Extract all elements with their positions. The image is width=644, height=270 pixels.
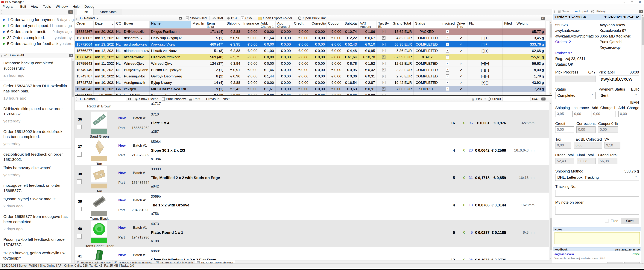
- picker-item[interactable]: 39Trans-BlackNewPartBatch #1204381026306…: [75, 193, 552, 220]
- picker-filter-input[interactable]: [98, 97, 126, 101]
- notification-item[interactable]: 32 Orders completed.yesterday: [2, 35, 72, 41]
- close-icon[interactable]: ✕: [68, 10, 73, 14]
- insurance-input[interactable]: 0,00: [572, 111, 589, 117]
- detail-scrollbar[interactable]: ▲ ▼: [641, 14, 644, 265]
- scroll-thumb[interactable]: [550, 218, 552, 250]
- column-header-invoiced[interactable]: Invoiced: [440, 21, 455, 28]
- export-bsx-button[interactable]: BSX: [226, 16, 240, 20]
- order-row[interactable]: 15743722mrt 10, 2021NLAsruigmcavlkEyjup …: [75, 79, 546, 86]
- drag-grip[interactable]: [554, 10, 555, 13]
- tracking-input[interactable]: [555, 190, 639, 197]
- column-header-date[interactable]: Date▼: [94, 21, 114, 28]
- scroll-up-icon[interactable]: ▲: [549, 21, 552, 24]
- invoiced-checkbox[interactable]: ✓: [446, 74, 449, 78]
- close-icon[interactable]: ✕: [541, 17, 545, 20]
- column-header-add2[interactable]: Add.Charge 2: [276, 21, 292, 28]
- menu-item-edit[interactable]: Edit: [18, 5, 28, 9]
- invoiced-checkbox[interactable]: ✓: [446, 36, 449, 40]
- filter-icon[interactable]: [179, 17, 182, 20]
- column-header-order[interactable]: Order: [75, 21, 94, 28]
- column-header-shipping[interactable]: Shipping: [225, 21, 242, 28]
- next-button[interactable]: Next: [221, 97, 231, 101]
- history-button[interactable]: History: [590, 10, 607, 13]
- order-row[interactable]: 15766277mrt 12, 2021NLnidneanpertuzwHikt…: [75, 48, 546, 54]
- show-picked-button[interactable]: ◉ Show Picked: [133, 97, 160, 101]
- column-header-grand[interactable]: Grand Total: [391, 21, 414, 28]
- feed-item[interactable]: Pusonnjwkbo left feedback on order 15743…: [0, 234, 72, 265]
- column-header-vat[interactable]: VATAmount: [358, 21, 377, 28]
- order-row[interactable]: 15740343mrt 10, 2021GRkexitjeoMIEGHAOY S…: [75, 86, 546, 92]
- sort-arrow-icon[interactable]: ▼: [112, 23, 114, 26]
- menu-item-debug[interactable]: Debug: [82, 5, 97, 9]
- invoiced-checkbox[interactable]: ✓: [446, 81, 449, 84]
- buyer-orders-link[interactable]: Orders: 2: [555, 39, 600, 45]
- print-button[interactable]: Print: [188, 97, 202, 101]
- menu-item-tools[interactable]: Tools: [40, 5, 53, 9]
- menu-item-view[interactable]: View: [28, 5, 40, 9]
- notification-item[interactable]: 6 Orders are in transit.9 days ago: [2, 29, 72, 35]
- scroll-up-icon[interactable]: ▲: [549, 102, 552, 104]
- column-header-buyer[interactable]: Buyer: [122, 21, 150, 28]
- order-row[interactable]: 15749149mrt 10, 2021NLButfjzuimyuahbBusi…: [75, 67, 546, 73]
- drag-grip[interactable]: [76, 17, 77, 20]
- picker-item-partial[interactable]: a1717Reddish Brown: [75, 102, 552, 110]
- order-row[interactable]: 15772064mrt 13, 2021NLawykaab.vxewAwykaa…: [75, 41, 546, 48]
- column-header-weight[interactable]: Weight: [515, 21, 546, 28]
- pick-button[interactable]: Pick: [476, 97, 482, 101]
- order-row[interactable]: 15755643mrt 11, 2021NLWirreedQiwvWirreed…: [75, 60, 546, 67]
- drag-grip[interactable]: [1, 11, 2, 14]
- column-header-corrections[interactable]: Corrections: [310, 21, 326, 28]
- filed-checkbox[interactable]: [605, 219, 608, 223]
- drag-grip[interactable]: [76, 97, 77, 100]
- scroll-down-icon[interactable]: ▼: [549, 258, 552, 260]
- orders-scrollbar[interactable]: ▲ ▼: [549, 21, 552, 95]
- picker-item[interactable]: 37TanNewPartBatch #121357300985984Slope …: [75, 138, 552, 165]
- column-header-subtotal[interactable]: Subtotal: [343, 21, 358, 28]
- picker-item[interactable]: 36Sand GreenNewPartBatch #11868672623710…: [75, 110, 552, 138]
- item-checkbox[interactable]: [77, 179, 82, 184]
- open-bricklink-button[interactable]: Open BrickLink: [296, 16, 327, 20]
- drag-grip[interactable]: [1, 54, 2, 57]
- order-note-textarea[interactable]: [555, 206, 639, 214]
- notification-item[interactable]: 1 Order not yet shipped.11 hours ago: [2, 23, 72, 29]
- payment-status-select[interactable]: Sent: [599, 92, 639, 99]
- invoiced-checkbox[interactable]: ✓: [446, 43, 449, 46]
- maximize-button[interactable]: ▢: [631, 1, 633, 4]
- feed-item[interactable]: Order 15685377 from mocogove has been co…: [0, 211, 72, 234]
- column-header-name[interactable]: Name: [150, 21, 191, 28]
- column-header-taxby[interactable]: Tax ByBL: [377, 21, 391, 28]
- save-button[interactable]: Save: [556, 10, 571, 13]
- item-checkbox[interactable]: [77, 234, 82, 239]
- add-charge-1-input[interactable]: 0,00: [592, 111, 616, 117]
- buyer-praise-link[interactable]: Praise: 97: [555, 50, 600, 56]
- picker-item[interactable]: 38TanNewPartBatch #118643588433909Tile, …: [75, 165, 552, 193]
- feed-item[interactable]: mocogove left feedback on order 15685377…: [0, 180, 72, 211]
- notification-item[interactable]: 5 Orders waiting for feedback.yesterday: [2, 41, 72, 47]
- scroll-thumb[interactable]: [72, 61, 74, 97]
- column-header-fb[interactable]: Fb.: [468, 21, 503, 28]
- invoiced-checkbox[interactable]: ✓: [446, 49, 449, 53]
- shipping-input[interactable]: 3,95: [555, 111, 570, 117]
- show-filed-button[interactable]: Show Filed: [184, 16, 208, 20]
- item-checkbox[interactable]: [77, 207, 82, 211]
- picker-scrollbar[interactable]: ▲ ▼: [549, 102, 552, 260]
- export-csv-button[interactable]: CSV: [240, 16, 254, 20]
- invoiced-checkbox[interactable]: ✓: [446, 55, 449, 59]
- open-export-folder-button[interactable]: Open Export Folder: [256, 16, 294, 20]
- feed-item[interactable]: Database backup completed successfully.a…: [0, 58, 72, 80]
- feed-item[interactable]: DHHozdexikin placed a new order 15834367…: [0, 103, 72, 126]
- feedback-user[interactable]: awykaab.vxew: [554, 252, 574, 255]
- order-row[interactable]: 15734426mrt 8, 2021DKVaghS125Wiggem Xocv…: [75, 92, 546, 95]
- column-header-status[interactable]: Status: [414, 21, 440, 28]
- column-header-credit[interactable]: Credit: [292, 21, 310, 28]
- column-header-msg[interactable]: Msg. In: [191, 21, 205, 28]
- barcode-icon[interactable]: [128, 98, 131, 100]
- notification-item[interactable]: 1 Order waiting for payment.8 days ago: [2, 17, 72, 23]
- menu-item-window[interactable]: Window: [53, 5, 70, 9]
- close-icon[interactable]: ✕: [69, 54, 73, 57]
- previous-button[interactable]: Previous: [204, 97, 221, 101]
- scroll-up-icon[interactable]: ▲: [641, 14, 644, 17]
- status-select[interactable]: Completed: [555, 92, 596, 99]
- feed-item[interactable]: deziobfrouk left feedback on order 15813…: [0, 149, 72, 180]
- scroll-thumb[interactable]: [642, 17, 644, 45]
